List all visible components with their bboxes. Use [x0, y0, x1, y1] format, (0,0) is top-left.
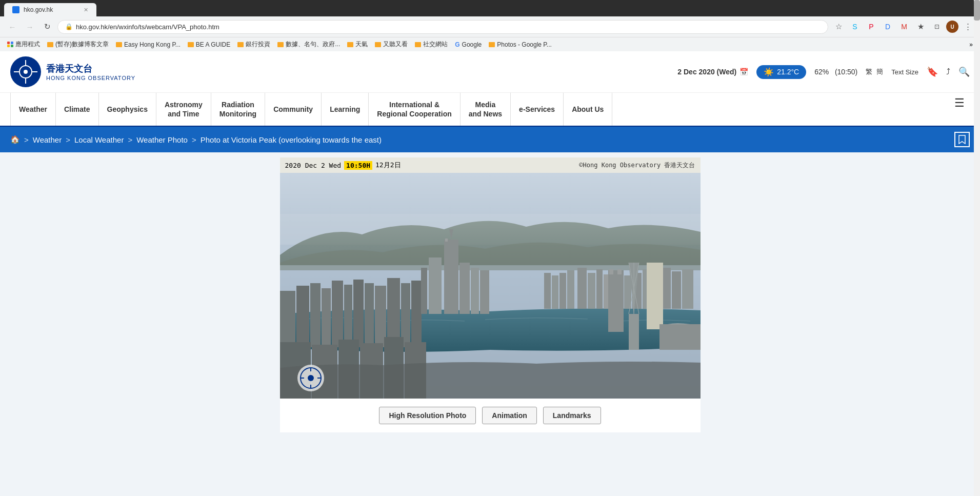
svg-rect-27	[310, 283, 321, 347]
address-bar[interactable]: 🔒 hko.gov.hk/en/wxinfo/ts/webcam/VPA_pho…	[57, 20, 828, 34]
bookmark-3[interactable]: BE A GUIDE	[185, 40, 233, 49]
menu-button[interactable]: ⋮	[961, 19, 975, 34]
folder-icon	[415, 42, 421, 47]
svg-rect-38	[445, 239, 448, 242]
victoria-peak-svg	[280, 173, 701, 399]
logo-english: HONG KONG OBSERVATORY	[46, 75, 135, 81]
svg-rect-37	[444, 240, 458, 314]
bookmark-5[interactable]: 數據、名句、政府...	[274, 39, 343, 50]
bookmark-6[interactable]: 天氣	[344, 39, 371, 50]
nav-media[interactable]: Mediaand News	[461, 93, 511, 126]
breadcrumb-weather-photo[interactable]: Weather Photo	[136, 135, 188, 144]
scrollbar-thumb[interactable]	[974, 0, 980, 21]
dashlane-icon-button[interactable]: D	[881, 19, 895, 34]
folder-icon	[237, 42, 244, 47]
svg-point-2	[24, 70, 28, 74]
svg-rect-40	[429, 257, 442, 314]
bookmark-google[interactable]: G Google	[452, 40, 485, 49]
svg-rect-30	[344, 285, 352, 347]
search-icon[interactable]: 🔍	[958, 66, 970, 77]
nav-international[interactable]: International &Regional Cooperation	[369, 93, 460, 126]
svg-rect-19	[672, 271, 681, 309]
bookmark-8[interactable]: 社交網站	[412, 39, 451, 50]
bookmark-google-label: Google	[462, 41, 482, 48]
animation-button[interactable]: Animation	[482, 407, 536, 424]
address-text: hko.gov.hk/en/wxinfo/ts/webcam/VPA_photo…	[76, 23, 219, 31]
bookmark-4[interactable]: 銀行投資	[234, 39, 273, 50]
hko-header: 香港天文台 HONG KONG OBSERVATORY 2 Dec 2020 (…	[0, 51, 980, 93]
svg-point-63	[308, 375, 314, 381]
folder-icon	[375, 42, 381, 47]
bookmark-apps[interactable]: 應用程式	[4, 39, 43, 50]
hamburger-menu[interactable]: ☰	[949, 93, 970, 113]
header-date: 2 Dec 2020 (Wed) 📅	[677, 68, 748, 76]
reload-button[interactable]: ↻	[40, 19, 54, 34]
high-resolution-photo-button[interactable]: High Resolution Photo	[379, 407, 476, 424]
folder-icon	[489, 42, 495, 47]
svg-rect-25	[280, 291, 295, 347]
lang-traditional[interactable]: 繁	[866, 67, 872, 76]
bookmark-2[interactable]: Easy Hong Kong P...	[113, 40, 184, 49]
nav-eservices[interactable]: e-Services	[511, 93, 564, 126]
bookmark-star-button[interactable]: ☆	[831, 19, 846, 34]
nav-weather[interactable]: Weather	[10, 93, 56, 126]
share-icon[interactable]: ⤴	[946, 67, 950, 76]
lang-simplified[interactable]: 簡	[876, 67, 883, 76]
landmarks-button[interactable]: Landmarks	[543, 407, 601, 424]
nav-climate[interactable]: Climate	[56, 93, 99, 126]
hko-nav: Weather Climate Geophysics Astronomyand …	[0, 93, 980, 127]
nav-actions: ☆ S P D M ★ ⊡ U ⋮	[831, 19, 975, 34]
bookmark-5-label: 數據、名句、政府...	[286, 40, 340, 49]
bookmark-2-label: Easy Hong Kong P...	[124, 41, 181, 48]
nav-learning[interactable]: Learning	[322, 93, 369, 126]
svg-rect-54	[659, 324, 701, 350]
bookmark-icon[interactable]: 🔖	[927, 66, 938, 77]
svg-rect-14	[624, 275, 631, 309]
hko-webcam-photo	[280, 173, 701, 399]
svg-rect-43	[471, 268, 479, 314]
pinterest-icon-button[interactable]: P	[864, 19, 878, 34]
photo-timestamp: 2020 Dec 2 Wed 10:50H 12月2日	[285, 161, 401, 170]
tab-close-button[interactable]: ✕	[84, 7, 88, 13]
nav-radiation[interactable]: RadiationMonitoring	[211, 93, 265, 126]
bookmark-7[interactable]: 又聽又看	[372, 39, 411, 50]
nav-geophysics[interactable]: Geophysics	[99, 93, 156, 126]
profile-avatar[interactable]: U	[946, 21, 958, 33]
hko-header-right: 2 Dec 2020 (Wed) 📅 ☀️ 21.2°C 62% (10:50)…	[677, 65, 970, 79]
browser-nav-bar: ← → ↻ 🔒 hko.gov.hk/en/wxinfo/ts/webcam/V…	[0, 16, 980, 37]
svg-rect-32	[365, 283, 374, 347]
date-text: 2 Dec 2020 (Wed)	[677, 68, 736, 76]
bookmark-1[interactable]: (暫存)數據博客文章	[44, 39, 112, 50]
calendar-icon[interactable]: 📅	[739, 68, 748, 76]
hko-website: 香港天文台 HONG KONG OBSERVATORY 2 Dec 2020 (…	[0, 51, 980, 443]
weather-pill: ☀️ 21.2°C	[756, 65, 806, 79]
breadcrumb-weather[interactable]: Weather	[33, 135, 62, 144]
svg-rect-31	[353, 280, 364, 347]
scrollbar[interactable]	[974, 0, 980, 443]
hko-logo-text: 香港天文台 HONG KONG OBSERVATORY	[46, 63, 135, 81]
svg-rect-51	[609, 269, 613, 274]
bookmarks-bar: 應用程式 (暫存)數據博客文章 Easy Hong Kong P... BE A…	[0, 37, 980, 51]
active-tab[interactable]: hko.gov.hk ✕	[4, 3, 96, 16]
gmail-icon-button[interactable]: M	[897, 19, 911, 34]
svg-rect-53	[647, 263, 663, 329]
nav-about[interactable]: About Us	[564, 93, 612, 126]
folder-icon	[277, 42, 284, 47]
breadcrumb-local-weather[interactable]: Local Weather	[74, 135, 124, 144]
svg-rect-22	[559, 273, 566, 309]
skype-icon-button[interactable]: S	[848, 19, 862, 34]
svg-rect-41	[421, 268, 427, 314]
nav-astronomy[interactable]: Astronomyand Time	[156, 93, 211, 126]
folder-icon	[47, 42, 53, 47]
cast-button[interactable]: ⊡	[930, 19, 944, 34]
extensions-button[interactable]: ★	[913, 19, 928, 34]
forward-button[interactable]: →	[23, 19, 37, 34]
bookmark-1-label: (暫存)數據博客文章	[55, 40, 109, 49]
svg-rect-34	[387, 278, 400, 347]
breadcrumb-bookmark-flag[interactable]	[954, 132, 970, 147]
nav-community[interactable]: Community	[265, 93, 322, 126]
bookmark-photos[interactable]: Photos - Google P...	[486, 40, 555, 49]
text-size-button[interactable]: Text Size	[891, 68, 918, 76]
breadcrumb-home[interactable]: 🏠	[10, 135, 20, 144]
back-button[interactable]: ←	[5, 19, 19, 34]
